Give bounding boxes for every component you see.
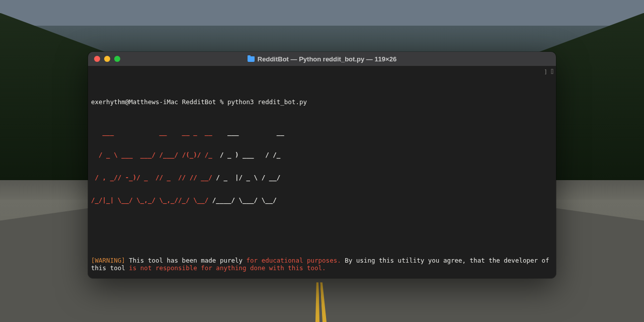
window-title-text: RedditBot — Python reddit_bot.py — 119×2… <box>258 55 396 63</box>
terminal-window[interactable]: RedditBot — Python reddit_bot.py — 119×2… <box>88 52 556 278</box>
traffic-lights <box>88 56 120 62</box>
window-title: RedditBot — Python reddit_bot.py — 119×2… <box>88 55 556 63</box>
minimize-icon[interactable] <box>104 56 110 62</box>
folder-icon <box>248 56 255 62</box>
close-icon[interactable] <box>94 56 100 62</box>
blank-line <box>91 226 553 234</box>
ascii-art-line: ___ __ __ _ __ ___ __ <box>91 128 553 136</box>
ascii-art-line: /_/|_| \__/ \_,_/ \_,_//_/ \__/ /____/ \… <box>91 196 553 204</box>
ascii-art-line: / _ \ ___ ___/ /___/ /(_)/ /_ / _ ) ___ … <box>91 151 553 158</box>
zoom-icon[interactable] <box>114 56 120 62</box>
titlebar[interactable]: RedditBot — Python reddit_bot.py — 119×2… <box>88 52 556 66</box>
ascii-art-line: / , _// -_)/ _ // _ // // __/ / _ |/ _ \… <box>91 174 553 181</box>
terminal-body[interactable]: ] ⌷ exerhythm@Matthews-iMac RedditBot % … <box>88 66 556 278</box>
shell-prompt-line: exerhythm@Matthews-iMac RedditBot % pyth… <box>91 98 553 106</box>
warning-line: [WARNING] This tool has been made purely… <box>91 257 553 272</box>
scroll-indicator: ] ⌷ <box>544 68 554 75</box>
